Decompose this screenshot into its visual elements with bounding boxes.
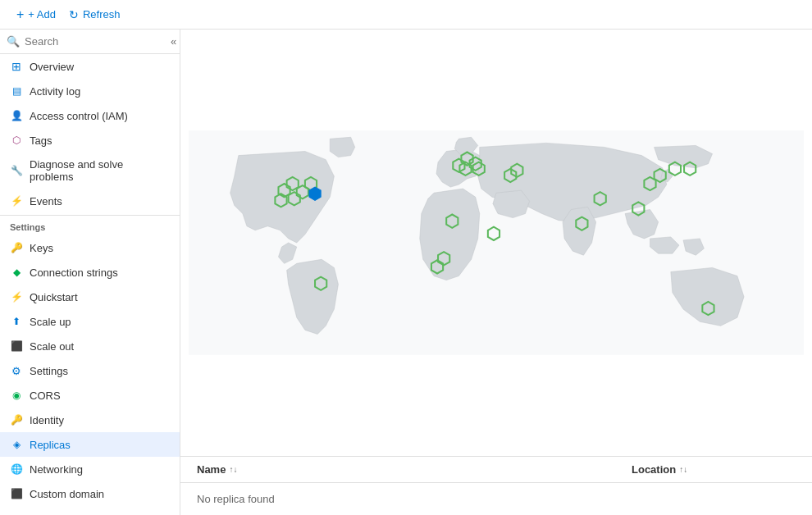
- events-icon: ⚡: [10, 194, 23, 207]
- table-body: No replica found: [180, 483, 812, 515]
- sidebar: 🔍 « ⊞ Overview ▤ Activity log 👤 Access c…: [0, 30, 180, 515]
- sidebar-label-cors: CORS: [30, 390, 61, 402]
- sidebar-label-access-control: Access control (IAM): [30, 110, 128, 122]
- properties-icon: ≡: [10, 512, 23, 515]
- table-section: Name ↑↓ Location ↑↓ No replica found: [180, 456, 812, 515]
- overview-icon: ⊞: [10, 60, 23, 73]
- sidebar-item-replicas[interactable]: ◈ Replicas: [0, 432, 180, 457]
- add-label: + Add: [28, 8, 56, 21]
- search-box: 🔍 «: [0, 30, 180, 54]
- connection-strings-icon: ◆: [10, 266, 23, 279]
- settings-icon: ⚙: [10, 364, 23, 377]
- sidebar-item-quickstart[interactable]: ⚡ Quickstart: [0, 285, 180, 309]
- sidebar-item-custom-domain[interactable]: ⬛ Custom domain: [0, 481, 180, 506]
- world-map-svg: [189, 38, 804, 448]
- networking-icon: 🌐: [10, 463, 23, 476]
- sidebar-label-events: Events: [30, 195, 62, 207]
- column-name-header[interactable]: Name ↑↓: [197, 463, 632, 476]
- sidebar-label-tags: Tags: [30, 134, 52, 147]
- sidebar-label-scale-up: Scale up: [30, 316, 71, 328]
- sidebar-item-activity-log[interactable]: ▤ Activity log: [0, 79, 180, 103]
- sidebar-item-cors[interactable]: ◉ CORS: [0, 383, 180, 408]
- add-icon: +: [16, 7, 24, 22]
- settings-section-header: Settings: [0, 215, 180, 235]
- replicas-icon: ◈: [10, 438, 23, 451]
- cors-icon: ◉: [10, 389, 23, 402]
- sidebar-item-keys[interactable]: 🔑 Keys: [0, 235, 180, 260]
- access-control-icon: 👤: [10, 109, 23, 122]
- refresh-icon: ↻: [69, 8, 79, 21]
- add-button[interactable]: + + Add: [10, 4, 62, 25]
- sidebar-label-scale-out: Scale out: [30, 340, 74, 353]
- sidebar-label-properties: Properties: [30, 513, 78, 516]
- search-icon: 🔍: [7, 35, 20, 48]
- hex-primary: [309, 187, 321, 200]
- sidebar-item-diagnose[interactable]: 🔧 Diagnose and solve problems: [0, 153, 180, 189]
- sidebar-label-activity-log: Activity log: [30, 85, 80, 98]
- no-data-message: No replica found: [197, 490, 796, 508]
- refresh-button[interactable]: ↻ Refresh: [62, 5, 127, 25]
- sidebar-item-settings[interactable]: ⚙ Settings: [0, 358, 180, 383]
- sidebar-item-scale-out[interactable]: ⬛ Scale out: [0, 334, 180, 358]
- sidebar-label-connection-strings: Connection strings: [30, 267, 118, 279]
- custom-domain-icon: ⬛: [10, 487, 23, 500]
- main-layout: 🔍 « ⊞ Overview ▤ Activity log 👤 Access c…: [0, 30, 812, 515]
- diagnose-icon: 🔧: [10, 164, 23, 177]
- sidebar-label-overview: Overview: [30, 61, 74, 73]
- sidebar-item-properties[interactable]: ≡ Properties: [0, 506, 180, 515]
- sidebar-item-overview[interactable]: ⊞ Overview: [0, 54, 180, 79]
- sidebar-item-scale-up[interactable]: ⬆ Scale up: [0, 309, 180, 334]
- sidebar-label-settings: Settings: [30, 365, 68, 377]
- sidebar-item-access-control[interactable]: 👤 Access control (IAM): [0, 103, 180, 128]
- sidebar-label-replicas: Replicas: [30, 439, 71, 451]
- activity-log-icon: ▤: [10, 84, 23, 98]
- table-header: Name ↑↓ Location ↑↓: [180, 457, 812, 483]
- sidebar-label-networking: Networking: [30, 463, 83, 476]
- sidebar-item-networking[interactable]: 🌐 Networking: [0, 457, 180, 481]
- column-location-header[interactable]: Location ↑↓: [632, 463, 796, 476]
- search-input[interactable]: [25, 35, 162, 48]
- identity-icon: 🔑: [10, 413, 23, 426]
- scale-out-icon: ⬛: [10, 340, 23, 353]
- sidebar-item-tags[interactable]: ⬡ Tags: [0, 128, 180, 153]
- content-area: Name ↑↓ Location ↑↓ No replica found: [180, 30, 812, 515]
- sidebar-item-events[interactable]: ⚡ Events: [0, 189, 180, 213]
- sidebar-item-connection-strings[interactable]: ◆ Connection strings: [0, 260, 180, 285]
- sidebar-label-custom-domain: Custom domain: [30, 488, 104, 500]
- quickstart-icon: ⚡: [10, 290, 23, 303]
- column-location-label: Location: [632, 463, 676, 476]
- refresh-label: Refresh: [83, 8, 121, 21]
- sidebar-scroll: ⊞ Overview ▤ Activity log 👤 Access contr…: [0, 54, 180, 515]
- sidebar-label-quickstart: Quickstart: [30, 291, 78, 303]
- sidebar-label-diagnose: Diagnose and solve problems: [30, 158, 170, 183]
- location-sort-icon: ↑↓: [679, 465, 687, 474]
- keys-icon: 🔑: [10, 241, 23, 254]
- column-name-label: Name: [197, 463, 226, 476]
- scale-up-icon: ⬆: [10, 315, 23, 328]
- map-container: [180, 30, 812, 456]
- sidebar-label-keys: Keys: [30, 242, 53, 254]
- collapse-button[interactable]: «: [167, 34, 180, 49]
- name-sort-icon: ↑↓: [229, 465, 237, 474]
- sidebar-label-identity: Identity: [30, 414, 64, 426]
- tags-icon: ⬡: [10, 134, 23, 147]
- toolbar: + + Add ↻ Refresh: [0, 0, 812, 30]
- sidebar-item-identity[interactable]: 🔑 Identity: [0, 408, 180, 432]
